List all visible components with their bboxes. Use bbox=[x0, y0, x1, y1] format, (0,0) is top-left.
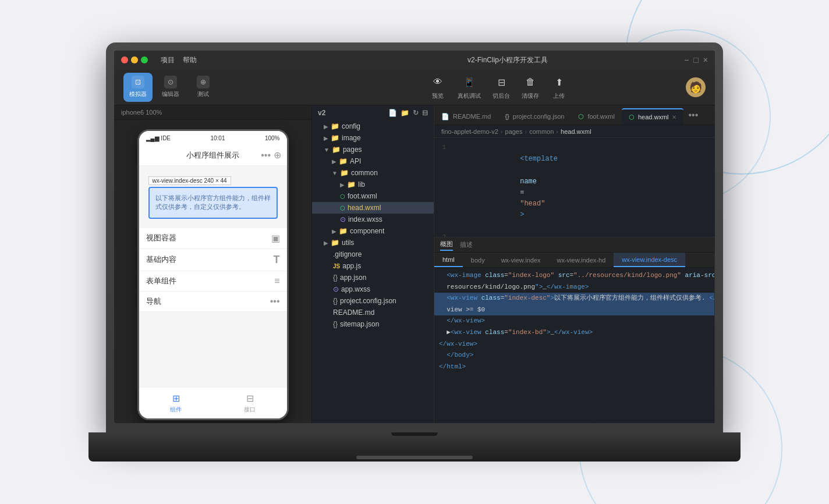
tree-item-lib[interactable]: ▶ 📁 lib bbox=[312, 179, 434, 190]
devtools-tab-wx-view-index-hd[interactable]: wx-view.index-hd bbox=[549, 253, 614, 267]
tab-project-config[interactable]: {} project.config.json bbox=[498, 108, 571, 125]
menu-item-help[interactable]: 帮助 bbox=[183, 55, 197, 65]
refresh-icon[interactable]: ↻ bbox=[413, 109, 419, 117]
breadcrumb-sep-0: › bbox=[501, 128, 503, 135]
tree-item-common[interactable]: ▼ 📁 common bbox=[312, 167, 434, 179]
tree-item-app-wxss[interactable]: ⊙ app.wxss bbox=[312, 283, 434, 295]
html-tree[interactable]: <wx-image class="index-logo" src="../res… bbox=[434, 268, 714, 423]
laptop-base bbox=[88, 432, 741, 462]
tree-label: project.config.json bbox=[340, 297, 396, 305]
bottom-tabs: 概图 描述 bbox=[434, 237, 715, 253]
tree-item-index-wxss[interactable]: ⊙ index.wxss bbox=[312, 214, 434, 225]
status-time: 10:01 bbox=[210, 135, 225, 141]
phone-section-base[interactable]: 基础内容 T bbox=[139, 249, 287, 271]
code-editor[interactable]: 1 <template name = "head" > 2 bbox=[434, 138, 715, 237]
cut-bg-action[interactable]: ⊟ 切后台 bbox=[493, 74, 510, 100]
project-name: v2 bbox=[318, 109, 325, 117]
laptop-screen: 项目 帮助 v2-FinClip小程序开发工具 − □ × ⊡ 模拟器 bbox=[114, 51, 715, 423]
toolbar-test-btn[interactable]: ⊕ 测试 bbox=[189, 73, 218, 102]
clear-cache-action[interactable]: 🗑 清缓存 bbox=[522, 74, 539, 100]
tree-label: image bbox=[342, 134, 361, 142]
tree-label: .gitignore bbox=[333, 250, 362, 258]
breadcrumb-1[interactable]: pages bbox=[505, 128, 523, 135]
tab-readme[interactable]: 📄 README.md bbox=[434, 108, 498, 125]
menu-item-project[interactable]: 项目 bbox=[161, 55, 175, 65]
win-close-icon[interactable]: × bbox=[703, 55, 708, 65]
tree-item-config[interactable]: ▶ 📁 config bbox=[312, 120, 434, 132]
section-nav-icon: ••• bbox=[270, 296, 280, 307]
tree-label: common bbox=[351, 169, 378, 177]
code-line-2: 2 <view class = "page-head" > bbox=[434, 232, 715, 237]
upload-action[interactable]: ⬆ 上传 bbox=[551, 74, 567, 100]
upload-label: 上传 bbox=[553, 92, 565, 100]
phone-title-bar: 小程序组件展示 ••• ⊕ bbox=[139, 145, 287, 166]
toolbar-simulate-btn[interactable]: ⊡ 模拟器 bbox=[123, 73, 153, 102]
preview-action[interactable]: 👁 预览 bbox=[430, 74, 446, 100]
tab-more-button[interactable]: ••• bbox=[683, 110, 703, 120]
breadcrumb-2[interactable]: common bbox=[529, 128, 554, 135]
breadcrumb-0[interactable]: fino-applet-demo-v2 bbox=[441, 128, 498, 135]
status-signal: ▂▄▆ IDE bbox=[146, 135, 171, 141]
nav-item-component[interactable]: ⊞ 组件 bbox=[139, 388, 213, 418]
tree-label: README.md bbox=[333, 308, 374, 317]
tree-item-readme[interactable]: README.md bbox=[312, 307, 434, 318]
toolbar-right: 🧑 bbox=[686, 77, 706, 97]
phone-section-nav[interactable]: 导航 ••• bbox=[139, 292, 287, 312]
titlebar: 项目 帮助 v2-FinClip小程序开发工具 − □ × bbox=[114, 51, 715, 69]
bottom-tab-desc[interactable]: 描述 bbox=[460, 239, 473, 250]
html-line-7: </body> bbox=[434, 350, 714, 361]
user-avatar[interactable]: 🧑 bbox=[686, 77, 706, 97]
devtools-tab-wx-view-index[interactable]: wx-view.index bbox=[493, 253, 549, 267]
tab-foot-wxml[interactable]: ⬡ foot.wxml bbox=[571, 108, 621, 125]
selected-element: wx-view.index-desc 240 × 44 以下将展示小程序官方组件… bbox=[148, 187, 278, 219]
maximize-button[interactable] bbox=[141, 56, 148, 63]
new-file-icon[interactable]: 📄 bbox=[388, 109, 397, 117]
nav-item-api[interactable]: ⊟ 接口 bbox=[213, 388, 287, 418]
minimize-button[interactable] bbox=[131, 56, 138, 63]
tree-item-utils[interactable]: ▶ 📁 utils bbox=[312, 237, 434, 249]
tree-label: head.wxml bbox=[348, 204, 381, 212]
caret-icon: ▼ bbox=[324, 147, 330, 153]
breadcrumb-3[interactable]: head.wxml bbox=[561, 128, 591, 135]
laptop-foot bbox=[356, 456, 473, 459]
tree-item-api[interactable]: ▶ 📁 API bbox=[312, 155, 434, 167]
debug-icon: ⊙ bbox=[164, 76, 177, 88]
section-view-label: 视图容器 bbox=[146, 233, 176, 243]
code-panel: 📄 README.md {} project.config.json ⬡ foo… bbox=[434, 105, 715, 423]
new-folder-icon[interactable]: 📁 bbox=[401, 109, 409, 117]
bottom-tab-overview[interactable]: 概图 bbox=[440, 239, 453, 251]
win-minimize-icon[interactable]: − bbox=[684, 55, 689, 65]
phone-frame: ▂▄▆ IDE 10:01 100% 小程序组件展示 ••• ⊕ bbox=[137, 129, 289, 420]
phone-section-view[interactable]: 视图容器 ▣ bbox=[139, 228, 287, 249]
tab-head-wxml[interactable]: ⬡ head.wxml ✕ bbox=[622, 108, 684, 125]
tree-item-app-json[interactable]: {} app.json bbox=[312, 272, 434, 283]
close-button[interactable] bbox=[121, 56, 128, 63]
phone-section-form[interactable]: 表单组件 ≡ bbox=[139, 271, 287, 292]
bottom-area: 概图 描述 html body wx-view.index wx-view.in… bbox=[434, 237, 715, 423]
tree-item-head-wxml[interactable]: ⬡ head.wxml bbox=[312, 202, 434, 214]
real-debug-action[interactable]: 📱 真机调试 bbox=[458, 74, 481, 100]
tree-item-sitemap[interactable]: {} sitemap.json bbox=[312, 318, 434, 330]
tree-item-app-js[interactable]: JS app.js bbox=[312, 260, 434, 272]
tree-item-project-config[interactable]: {} project.config.json bbox=[312, 295, 434, 307]
phone-more-button[interactable]: ••• ⊕ bbox=[261, 150, 281, 161]
html-source: html body wx-view.index wx-view.index-hd… bbox=[434, 253, 715, 423]
test-icon: ⊕ bbox=[197, 76, 210, 88]
tree-item-pages[interactable]: ▼ 📁 pages bbox=[312, 144, 434, 155]
tree-item-image[interactable]: ▶ 📁 image bbox=[312, 132, 434, 144]
tree-item-gitignore[interactable]: .gitignore bbox=[312, 249, 434, 260]
caret-icon: ▶ bbox=[332, 158, 336, 165]
win-maximize-icon[interactable]: □ bbox=[693, 55, 698, 65]
tab-close-button[interactable]: ✕ bbox=[672, 114, 676, 120]
toolbar-debug-btn[interactable]: ⊙ 编辑器 bbox=[156, 73, 185, 102]
folder-icon: 📁 bbox=[347, 180, 356, 189]
wxss-icon: ⊙ bbox=[340, 215, 346, 223]
devtools-tab-html[interactable]: html bbox=[434, 253, 463, 267]
collapse-icon[interactable]: ⊟ bbox=[422, 109, 428, 117]
tree-item-foot-wxml[interactable]: ⬡ foot.wxml bbox=[312, 190, 434, 202]
tree-item-component[interactable]: ▶ 📁 component bbox=[312, 225, 434, 237]
tree-label: foot.wxml bbox=[348, 192, 377, 200]
laptop-container: 项目 帮助 v2-FinClip小程序开发工具 − □ × ⊡ 模拟器 bbox=[106, 42, 723, 462]
devtools-tab-wx-view-index-desc[interactable]: wx-view.index-desc bbox=[614, 253, 685, 267]
devtools-tab-body[interactable]: body bbox=[463, 253, 493, 267]
